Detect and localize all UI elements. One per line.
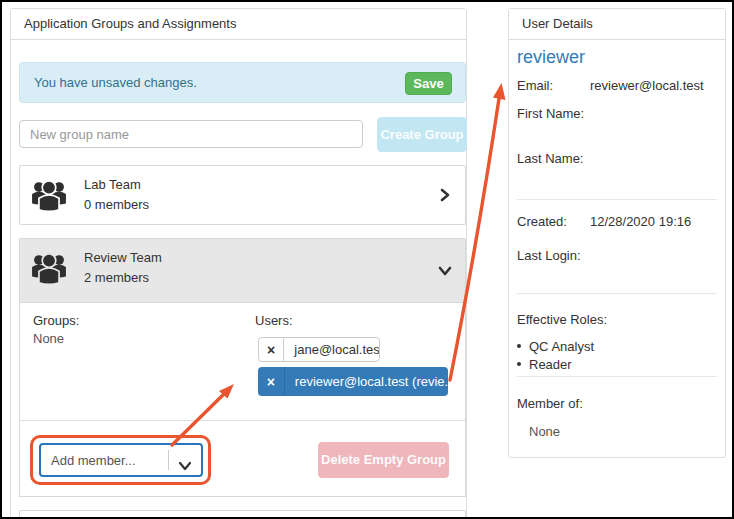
groups-label: Groups: (33, 313, 79, 328)
email-label: Email: (517, 77, 590, 94)
detail-row-last-name: Last Name: (517, 150, 719, 167)
user-chip-reviewer-selected[interactable]: × reviewer@local.test (revie... (258, 367, 448, 396)
member-of-header: Member of: (517, 396, 719, 411)
users-group-icon (31, 251, 67, 285)
add-member-dropdown[interactable]: Add member... (39, 443, 203, 477)
unsaved-changes-text: You have unsaved changes. (34, 75, 197, 90)
divider (517, 293, 717, 294)
add-member-placeholder: Add member... (51, 453, 136, 468)
users-label: Users: (255, 313, 293, 328)
member-of-label: Member of: (517, 396, 583, 411)
effective-roles-label: Effective Roles: (517, 312, 607, 327)
chevron-right-icon (438, 188, 452, 202)
chevron-down-icon (178, 457, 192, 475)
user-chip-jane[interactable]: × jane@local.test (258, 337, 380, 362)
role-name: QC Analyst (529, 339, 594, 354)
remove-user-icon[interactable]: × (258, 367, 285, 396)
last-name-value (590, 150, 719, 167)
role-name: Reader (529, 357, 572, 372)
first-name-label: First Name: (517, 105, 590, 122)
remove-user-icon[interactable]: × (259, 338, 284, 361)
screen: Application Groups and Assignments You h… (0, 0, 734, 519)
section-divider (20, 420, 465, 421)
role-list-item: Reader (529, 357, 572, 372)
detail-row-created: Created: 12/28/2020 19:16 (517, 213, 719, 230)
effective-roles-header: Effective Roles: (517, 312, 719, 327)
user-details-panel: User Details reviewer Email: reviewer@lo… (508, 8, 726, 458)
new-group-name-input[interactable] (19, 120, 363, 148)
create-group-button[interactable]: Create Group (377, 117, 467, 152)
user-chip-label: reviewer@local.test (revie... (285, 367, 448, 396)
username-link[interactable]: reviewer (517, 47, 585, 68)
first-name-value (590, 105, 719, 122)
group-member-count: 2 members (84, 270, 149, 285)
email-value: reviewer@local.test (590, 77, 719, 94)
user-chip-label: jane@local.test (284, 338, 379, 361)
group-row-lab-team[interactable]: Lab Team 0 members (19, 165, 466, 225)
users-group-icon (31, 178, 67, 212)
created-label: Created: (517, 213, 590, 230)
detail-row-first-name: First Name: (517, 105, 719, 122)
created-value: 12/28/2020 19:16 (590, 213, 719, 230)
detail-row-email: Email: reviewer@local.test (517, 77, 719, 94)
bullet-icon (517, 362, 521, 366)
groups-panel: Application Groups and Assignments You h… (10, 8, 467, 519)
group-row-partial[interactable] (19, 510, 466, 519)
group-details-review-team: Groups: None Users: × jane@local.test × … (19, 302, 466, 497)
delete-empty-group-button[interactable]: Delete Empty Group (318, 442, 449, 478)
last-name-label: Last Name: (517, 150, 590, 167)
role-list-item: QC Analyst (529, 339, 594, 354)
divider (517, 199, 717, 200)
group-row-review-team[interactable]: Review Team 2 members (19, 238, 466, 303)
group-name: Review Team (84, 250, 162, 265)
groups-panel-title: Application Groups and Assignments (11, 9, 466, 40)
user-details-title: User Details (509, 9, 725, 40)
divider (517, 376, 717, 377)
chevron-down-icon (438, 264, 452, 278)
groups-value: None (33, 331, 64, 346)
group-member-count: 0 members (84, 197, 149, 212)
unsaved-changes-alert: You have unsaved changes. Save (19, 62, 466, 103)
last-login-value (590, 247, 719, 264)
member-of-value: None (529, 424, 560, 439)
last-login-label: Last Login: (517, 247, 590, 264)
group-name: Lab Team (84, 177, 141, 192)
detail-row-last-login: Last Login: (517, 247, 719, 264)
dropdown-divider (168, 450, 169, 470)
bullet-icon (517, 344, 521, 348)
save-button[interactable]: Save (405, 72, 452, 95)
